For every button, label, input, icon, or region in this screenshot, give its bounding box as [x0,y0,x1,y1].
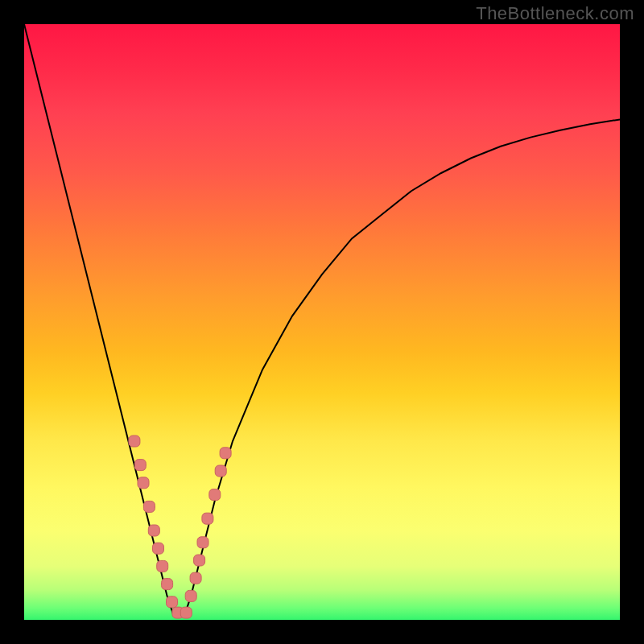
curve-marker [148,525,159,536]
bottleneck-curve [24,24,620,620]
watermark: TheBottleneck.com [476,3,634,24]
curve-marker [180,607,192,618]
curve-marker [153,543,164,554]
curve-marker [202,513,213,524]
plot-area [24,24,620,620]
curve-marker [134,460,146,471]
curve-marker [143,501,155,512]
curve-marker [197,537,208,548]
curve-marker [215,465,226,477]
curve-marker [220,448,231,459]
curve-marker [138,477,149,489]
curve-marker [162,579,173,590]
curve-marker [185,590,196,601]
curve-marker [157,560,168,572]
curve-marker [129,436,140,447]
chart-frame: TheBottleneck.com [0,0,644,644]
curve-marker [167,597,178,608]
curve-marker [209,489,221,501]
curve-marker [190,572,201,584]
curve-marker [194,555,205,566]
